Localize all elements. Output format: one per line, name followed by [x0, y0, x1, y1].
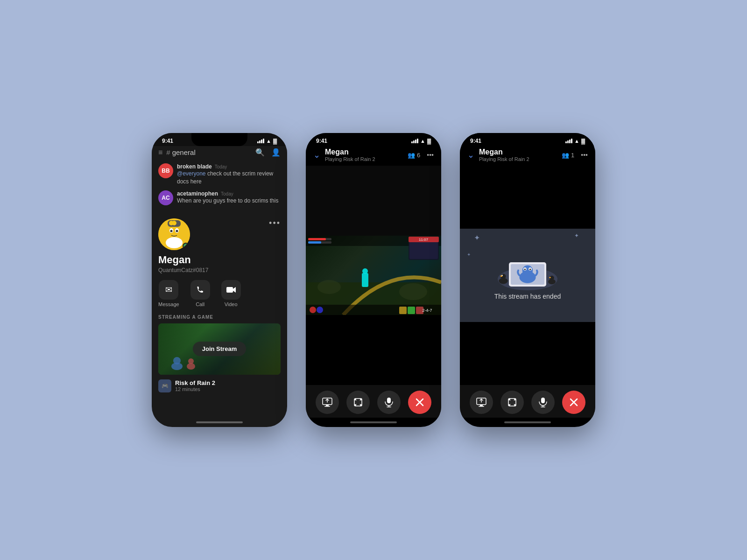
- signal-icon-3: [565, 139, 572, 143]
- channel-name: # general: [166, 148, 252, 156]
- call-header-2: ⌄ Megan Playing Risk of Rain 2 👥 6 •••: [306, 146, 441, 166]
- stream-ended-illustration: [490, 251, 565, 293]
- profile-tag: QuantumCatz#0817: [158, 267, 281, 273]
- mention-everyone: @everyone: [177, 170, 206, 177]
- fullscreen-btn-2[interactable]: [346, 391, 370, 414]
- game-time: 12 minutes: [175, 386, 215, 392]
- join-stream-button[interactable]: Join Stream: [193, 342, 246, 356]
- svg-point-12: [173, 357, 181, 364]
- header-actions-2: 👥 6 •••: [408, 151, 434, 159]
- time-badge-1: Today: [215, 164, 227, 169]
- more-button[interactable]: •••: [269, 218, 281, 228]
- msg-text-1: @everyone check out the scrim review doc…: [177, 170, 281, 186]
- search-icon[interactable]: 🔍: [255, 148, 265, 157]
- more-options-2[interactable]: •••: [427, 151, 434, 159]
- mic-btn-3[interactable]: [531, 391, 555, 414]
- msg-text-2: When are you guys free to do scrims this: [177, 197, 278, 205]
- svg-rect-16: [362, 273, 368, 287]
- home-indicator-2: [350, 421, 397, 423]
- svg-point-51: [501, 275, 502, 276]
- svg-text:2-4-7: 2-4-7: [422, 308, 432, 313]
- svg-point-17: [362, 268, 368, 274]
- svg-rect-33: [408, 307, 415, 314]
- svg-point-57: [529, 269, 531, 270]
- video-btn[interactable]: Video: [221, 280, 241, 307]
- home-indicator-1: [196, 421, 243, 423]
- status-icons-1: ▲ ▓: [257, 138, 277, 144]
- star-icon-3: ✦: [467, 252, 471, 257]
- online-indicator: [183, 243, 189, 249]
- svg-point-56: [524, 269, 526, 270]
- time-3: 9:41: [470, 138, 481, 144]
- members-icon[interactable]: 👤: [271, 148, 281, 157]
- viewers-count-3: 👥 1: [562, 152, 574, 159]
- status-icons-2: ▲ ▓: [411, 138, 431, 144]
- svg-rect-62: [480, 405, 483, 406]
- svg-rect-32: [399, 307, 407, 314]
- game-info: 🎮 Risk of Rain 2 12 minutes: [158, 379, 281, 392]
- svg-text:11:07: 11:07: [419, 238, 429, 242]
- svg-rect-37: [326, 405, 329, 406]
- svg-rect-63: [479, 406, 484, 407]
- stream-thumbnail: Join Stream: [158, 323, 281, 375]
- message-icon: ✉: [159, 280, 178, 300]
- back-chevron-2[interactable]: ⌄: [313, 150, 320, 160]
- msg-content-1: broken blade Today @everyone check out t…: [177, 163, 281, 186]
- streaming-section: STREAMING A GAME Join Stream 🎮 Risk: [158, 315, 281, 392]
- end-call-btn-3[interactable]: [562, 391, 585, 414]
- back-chevron-3[interactable]: ⌄: [467, 150, 474, 160]
- signal-icon-2: [411, 139, 418, 143]
- svg-point-30: [310, 307, 316, 313]
- call-header-3: ⌄ Megan Playing Risk of Rain 2 👥 1 •••: [460, 146, 595, 166]
- home-indicator-3: [504, 421, 551, 423]
- game-title: Risk of Rain 2: [175, 379, 215, 386]
- phone-3: 9:41 ▲ ▓ ⌄ Megan Playing Risk of Rain 2 …: [460, 133, 595, 427]
- bottom-bar-2: [306, 418, 441, 427]
- caller-name-3: Megan: [479, 148, 562, 156]
- stream-area-2: 11:07 2-4-7: [306, 166, 441, 385]
- header-actions-3: 👥 1 •••: [562, 151, 588, 159]
- svg-rect-24: [308, 241, 321, 244]
- svg-rect-38: [324, 406, 330, 407]
- fullscreen-btn-3[interactable]: [500, 391, 524, 414]
- action-buttons: ✉ Message Call Video: [158, 280, 281, 307]
- username-2: acetaminophen: [177, 190, 218, 197]
- share-screen-btn-3[interactable]: [470, 391, 493, 414]
- game-video: 11:07 2-4-7: [306, 236, 441, 315]
- stream-black-top: [460, 166, 595, 229]
- svg-point-9: [172, 221, 176, 225]
- notch-3: [500, 133, 556, 146]
- svg-point-6: [166, 237, 183, 248]
- battery-icon: ▓: [273, 138, 277, 144]
- call-btn[interactable]: Call: [190, 280, 210, 307]
- share-screen-btn-2[interactable]: [316, 391, 339, 414]
- msg-content-2: acetaminophen Today When are you guys fr…: [177, 190, 278, 205]
- svg-point-18: [317, 280, 341, 294]
- message-btn[interactable]: ✉ Message: [158, 280, 179, 307]
- caller-status-3: Playing Risk of Rain 2: [479, 156, 562, 162]
- more-options-3[interactable]: •••: [581, 151, 588, 159]
- chat-messages: BB broken blade Today @everyone check ou…: [152, 161, 287, 213]
- call-icon: [190, 280, 210, 300]
- bottom-bar-1: [152, 418, 287, 427]
- chat-message-2: AC acetaminophen Today When are you guys…: [158, 190, 281, 205]
- call-controls-2: [306, 385, 441, 418]
- battery-icon-3: ▓: [581, 138, 585, 144]
- notch-2: [345, 133, 402, 146]
- phone-1: 9:41 ▲ ▓ ≡ # general 🔍 👤 BB: [152, 133, 287, 427]
- notch-1: [191, 133, 247, 146]
- bottom-bar-3: [460, 418, 595, 427]
- viewers-count-2: 👥 6: [408, 152, 420, 159]
- hamburger-icon[interactable]: ≡: [158, 148, 162, 157]
- wifi-icon-3: ▲: [574, 138, 579, 144]
- mic-btn-2[interactable]: [377, 391, 401, 414]
- star-icon-1: ✦: [474, 233, 480, 242]
- svg-rect-22: [308, 238, 326, 240]
- caller-name-2: Megan: [325, 148, 408, 156]
- end-call-btn-2[interactable]: [408, 391, 431, 414]
- profile-avatar: [158, 218, 190, 250]
- video-top: [306, 166, 441, 236]
- svg-rect-40: [387, 398, 391, 403]
- game-icon: 🎮: [158, 379, 171, 392]
- video-icon: [221, 280, 241, 300]
